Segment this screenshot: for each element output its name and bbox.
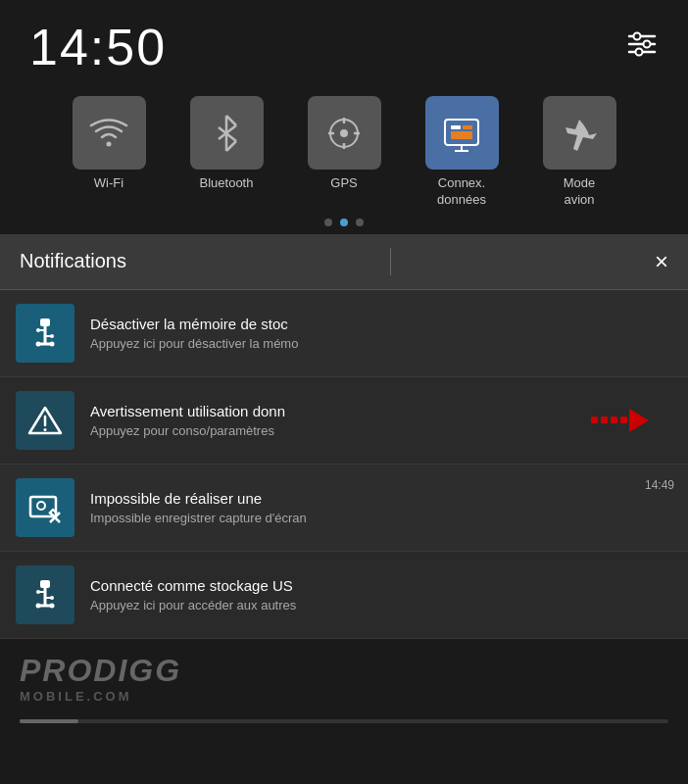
svg-point-48 [50, 596, 54, 600]
watermark-line1: PRODIGG [20, 653, 181, 689]
close-button[interactable]: × [655, 248, 668, 275]
airplane-icon-box[interactable] [543, 96, 616, 170]
airplane-label: Modeavion [564, 175, 596, 209]
top-bar: 14:50 [0, 0, 688, 86]
usb-storage-title: Désactiver la mémoire de stoc [90, 316, 672, 332]
wifi-icon-box[interactable] [73, 96, 146, 170]
watermark: PRODIGG MOBILE.COM [0, 639, 688, 713]
usb-connected-subtitle: Appuyez ici pour accéder aux autres [90, 598, 672, 612]
svg-point-42 [36, 603, 41, 608]
svg-rect-21 [463, 125, 472, 129]
arrow-dots [591, 416, 627, 423]
screenshot-fail-icon-box [16, 478, 74, 537]
screenshot-fail-title: Impossible de réaliser une [90, 490, 672, 507]
arrow-dot-4 [620, 416, 627, 423]
screenshot-fail-content: Impossible de réaliser une Impossible en… [90, 490, 672, 525]
settings-icon[interactable] [625, 27, 659, 68]
svg-point-26 [36, 341, 41, 346]
notifications-title: Notifications [20, 250, 126, 272]
arrow-dot-3 [611, 416, 617, 423]
svg-point-37 [37, 502, 45, 510]
usb-connected-content: Connecté comme stockage US Appuyez ici p… [90, 577, 672, 612]
arrow-dot-1 [591, 416, 598, 423]
usb-storage-icon [16, 304, 74, 363]
gps-icon-box[interactable] [308, 96, 381, 170]
svg-point-5 [636, 48, 643, 55]
wifi-label: Wi-Fi [94, 175, 123, 192]
gps-label: GPS [330, 175, 357, 192]
notifications-panel: Notifications × Désactiver la mémoire de… [0, 234, 688, 639]
svg-rect-28 [40, 318, 50, 326]
svg-line-8 [226, 116, 236, 125]
qs-wifi[interactable]: Wi-Fi [55, 96, 163, 209]
clock: 14:50 [29, 18, 167, 76]
usb-storage-subtitle: Appuyez ici pour désactiver la mémo [90, 336, 672, 351]
svg-point-31 [36, 328, 40, 332]
screenshot-fail-time: 14:49 [645, 478, 674, 492]
pagination-dots [0, 209, 688, 234]
svg-point-32 [50, 334, 54, 338]
qs-gps[interactable]: GPS [290, 96, 398, 209]
watermark-line2: MOBILE.COM [20, 689, 132, 704]
svg-point-6 [107, 141, 112, 146]
data-warning-subtitle: Appuyez pour conso/paramètres [90, 423, 672, 438]
scroll-track [20, 719, 668, 723]
notification-usb-connected[interactable]: Connecté comme stockage US Appuyez ici p… [0, 552, 688, 639]
svg-rect-19 [451, 131, 472, 139]
dot-1 [324, 219, 332, 226]
scroll-bar-area [0, 713, 688, 729]
svg-point-35 [44, 428, 47, 431]
data-warning-title: Avertissement utilisation donn [90, 403, 672, 419]
usb-storage-content: Désactiver la mémoire de stoc Appuyez ic… [90, 316, 672, 351]
notification-data-warning[interactable]: Avertissement utilisation donn Appuyez p… [0, 377, 688, 465]
scroll-thumb[interactable] [20, 719, 78, 723]
usb-connected-title: Connecté comme stockage US [90, 577, 672, 594]
data-icon-box[interactable] [425, 96, 499, 170]
qs-data[interactable]: Connex.données [408, 96, 516, 209]
svg-point-43 [50, 603, 55, 608]
arrow-dot-2 [601, 416, 608, 423]
bluetooth-icon-box[interactable] [190, 96, 264, 170]
svg-point-47 [36, 590, 40, 594]
bluetooth-label: Bluetooth [200, 175, 254, 192]
usb-connected-icon [16, 565, 74, 624]
svg-rect-44 [40, 580, 50, 588]
data-label: Connex.données [437, 175, 486, 209]
notifications-header: Notifications × [0, 234, 688, 290]
red-arrow-overlay [591, 409, 649, 432]
notification-screenshot-fail[interactable]: Impossible de réaliser une Impossible en… [0, 465, 688, 552]
dot-2 [340, 219, 348, 226]
qs-bluetooth[interactable]: Bluetooth [172, 96, 280, 209]
svg-point-3 [634, 32, 641, 39]
arrow-head [629, 409, 649, 432]
svg-rect-20 [451, 125, 461, 129]
svg-line-10 [226, 141, 236, 151]
quick-settings-bar: Wi-Fi Bluetooth GPS [0, 86, 688, 209]
data-warning-content: Avertissement utilisation donn Appuyez p… [90, 403, 672, 438]
qs-airplane[interactable]: Modeavion [525, 96, 633, 209]
svg-point-4 [644, 40, 651, 47]
notification-usb-storage[interactable]: Désactiver la mémoire de stoc Appuyez ic… [0, 290, 688, 377]
header-divider [390, 248, 391, 275]
dot-3 [356, 219, 364, 226]
svg-point-17 [340, 129, 348, 137]
warning-icon-box [16, 391, 74, 450]
svg-point-27 [50, 341, 55, 346]
screenshot-fail-subtitle: Impossible enregistrer capture d'écran [90, 511, 672, 525]
